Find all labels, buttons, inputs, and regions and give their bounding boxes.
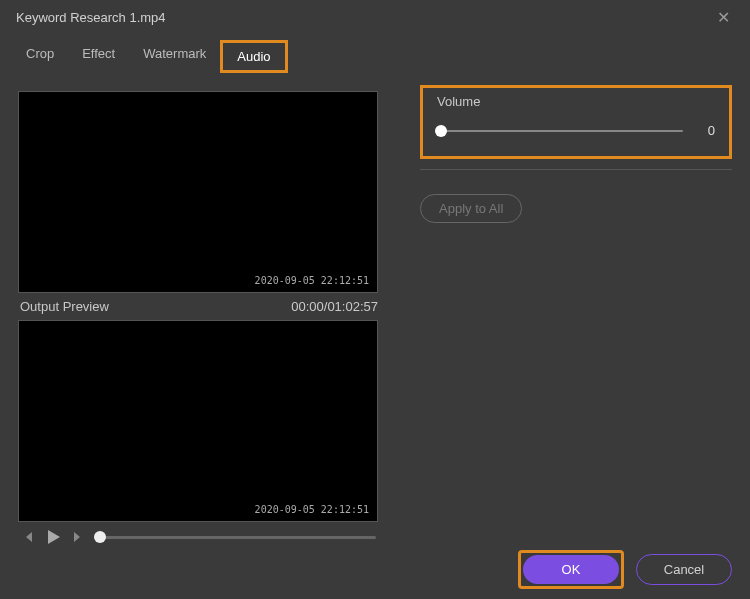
tab-watermark[interactable]: Watermark — [129, 40, 220, 73]
apply-to-all-button[interactable]: Apply to All — [420, 194, 522, 223]
tab-effect[interactable]: Effect — [68, 40, 129, 73]
window-title: Keyword Research 1.mp4 — [16, 10, 166, 25]
next-frame-icon[interactable] — [72, 531, 84, 543]
volume-section: Volume 0 — [420, 85, 732, 159]
volume-label: Volume — [437, 94, 715, 109]
output-preview-label: Output Preview — [20, 299, 109, 314]
output-label-row: Output Preview 00:00/01:02:57 — [18, 293, 380, 320]
playback-thumb[interactable] — [94, 531, 106, 543]
ok-highlight: OK — [518, 550, 624, 589]
source-preview: 2020-09-05 22:12:51 — [18, 91, 378, 293]
output-preview: 2020-09-05 22:12:51 — [18, 320, 378, 522]
prev-frame-icon[interactable] — [22, 531, 34, 543]
volume-thumb[interactable] — [435, 125, 447, 137]
ok-button[interactable]: OK — [523, 555, 619, 584]
main-content: 2020-09-05 22:12:51 Output Preview 00:00… — [0, 83, 750, 552]
titlebar: Keyword Research 1.mp4 ✕ — [0, 0, 750, 34]
tab-audio[interactable]: Audio — [220, 40, 287, 73]
preview-column: 2020-09-05 22:12:51 Output Preview 00:00… — [18, 91, 380, 552]
tabs: Crop Effect Watermark Audio — [0, 34, 750, 83]
divider — [420, 169, 732, 170]
output-time: 00:00/01:02:57 — [291, 299, 378, 314]
source-timestamp: 2020-09-05 22:12:51 — [255, 275, 369, 286]
volume-slider[interactable] — [437, 130, 683, 132]
volume-row: 0 — [437, 123, 715, 138]
close-icon[interactable]: ✕ — [713, 8, 734, 27]
footer-buttons: OK Cancel — [518, 550, 732, 589]
tab-crop[interactable]: Crop — [12, 40, 68, 73]
cancel-button[interactable]: Cancel — [636, 554, 732, 585]
volume-value: 0 — [697, 123, 715, 138]
play-icon[interactable] — [44, 528, 62, 546]
audio-panel: Volume 0 Apply to All — [420, 91, 732, 552]
output-timestamp: 2020-09-05 22:12:51 — [255, 504, 369, 515]
playback-slider[interactable] — [94, 536, 376, 539]
player-controls — [18, 522, 380, 552]
